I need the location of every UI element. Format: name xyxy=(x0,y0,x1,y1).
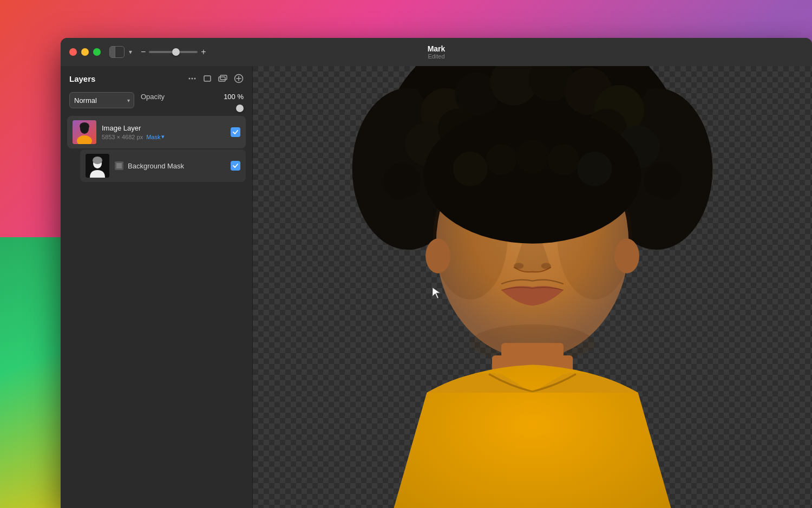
layers-actions xyxy=(187,74,244,83)
blend-mode-select[interactable]: Normal Multiply Screen Overlay xyxy=(69,92,134,108)
image-layer-item[interactable]: Image Layer 5853 × 4682 px Mask ▾ xyxy=(67,116,246,148)
titlebar: ▾ − + Mark Edited xyxy=(61,38,812,66)
svg-rect-16 xyxy=(116,163,122,168)
opacity-value: 100 % xyxy=(224,93,244,101)
svg-point-50 xyxy=(486,144,516,175)
zoom-slider-thumb[interactable] xyxy=(172,48,180,56)
sidebar-toggle-chevron[interactable]: ▾ xyxy=(129,48,132,56)
svg-point-2 xyxy=(194,78,196,80)
mask-type-icon xyxy=(115,161,123,170)
layers-flatten-button[interactable] xyxy=(202,74,212,83)
add-layer-button[interactable] xyxy=(234,74,244,83)
maximize-button[interactable] xyxy=(93,48,101,56)
svg-point-43 xyxy=(514,263,523,269)
layer-options-row: Normal Multiply Screen Overlay ▾ Opacity… xyxy=(61,89,252,114)
main-content: Layers xyxy=(61,66,812,508)
svg-point-15 xyxy=(93,157,102,164)
zoom-in-button[interactable]: + xyxy=(201,48,206,56)
svg-point-36 xyxy=(383,162,421,200)
background-mask-layer-item[interactable]: Background Mask xyxy=(80,149,246,182)
svg-point-54 xyxy=(425,238,450,273)
layers-stack-button[interactable] xyxy=(218,74,228,83)
image-layer-thumbnail xyxy=(73,120,96,144)
layers-panel: Layers xyxy=(61,66,253,508)
opacity-slider-thumb[interactable] xyxy=(236,105,244,112)
mask-badge[interactable]: Mask ▾ xyxy=(146,133,165,140)
layers-list: Image Layer 5853 × 4682 px Mask ▾ xyxy=(61,114,252,508)
svg-point-12 xyxy=(80,122,89,130)
opacity-control: Opacity 100 % xyxy=(141,93,244,108)
background-mask-name: Background Mask xyxy=(128,162,225,170)
svg-rect-4 xyxy=(219,77,225,81)
close-button[interactable] xyxy=(69,48,77,56)
background-mask-thumbnail xyxy=(86,154,109,178)
image-layer-checkbox[interactable] xyxy=(231,127,240,137)
background-mask-checkbox[interactable] xyxy=(231,161,240,171)
document-title: Mark xyxy=(428,44,446,53)
mask-badge-chevron-icon: ▾ xyxy=(161,133,165,140)
svg-point-39 xyxy=(633,195,667,230)
document-status: Edited xyxy=(428,53,446,60)
svg-point-55 xyxy=(614,238,639,273)
image-layer-info: Image Layer 5853 × 4682 px Mask ▾ xyxy=(102,124,225,140)
image-layer-name: Image Layer xyxy=(102,124,225,132)
titlebar-controls: ▾ − + xyxy=(109,46,206,58)
layers-header: Layers xyxy=(61,66,252,89)
canvas-area[interactable] xyxy=(253,66,812,508)
svg-point-51 xyxy=(516,140,549,173)
svg-point-44 xyxy=(541,263,551,269)
layers-panel-title: Layers xyxy=(69,74,95,83)
sidebar-toggle-button[interactable] xyxy=(109,46,125,58)
svg-rect-3 xyxy=(204,76,211,81)
traffic-lights xyxy=(69,48,101,56)
svg-point-38 xyxy=(397,195,431,230)
svg-point-1 xyxy=(192,78,193,80)
zoom-slider-track[interactable] xyxy=(149,51,198,53)
layers-more-button[interactable] xyxy=(187,74,197,83)
svg-rect-5 xyxy=(220,75,227,80)
svg-point-53 xyxy=(577,152,612,186)
svg-point-52 xyxy=(548,144,579,175)
svg-point-0 xyxy=(189,78,191,80)
opacity-label: Opacity xyxy=(141,93,165,101)
app-window: ▾ − + Mark Edited Layers xyxy=(61,38,812,508)
svg-point-49 xyxy=(453,152,488,186)
minimize-button[interactable] xyxy=(81,48,89,56)
zoom-out-button[interactable]: − xyxy=(141,48,146,56)
sublayer-container: Background Mask xyxy=(67,149,246,182)
image-layer-meta: 5853 × 4682 px Mask ▾ xyxy=(102,133,225,140)
svg-point-37 xyxy=(644,162,682,200)
portrait-svg xyxy=(253,66,812,508)
zoom-controls: − + xyxy=(141,48,206,56)
blend-mode-wrapper: Normal Multiply Screen Overlay ▾ xyxy=(69,92,134,108)
image-layer-dimensions: 5853 × 4682 px xyxy=(102,134,143,140)
sublayer-info: Background Mask xyxy=(115,161,225,170)
titlebar-title: Mark Edited xyxy=(428,44,446,60)
canvas-portrait xyxy=(253,66,812,508)
